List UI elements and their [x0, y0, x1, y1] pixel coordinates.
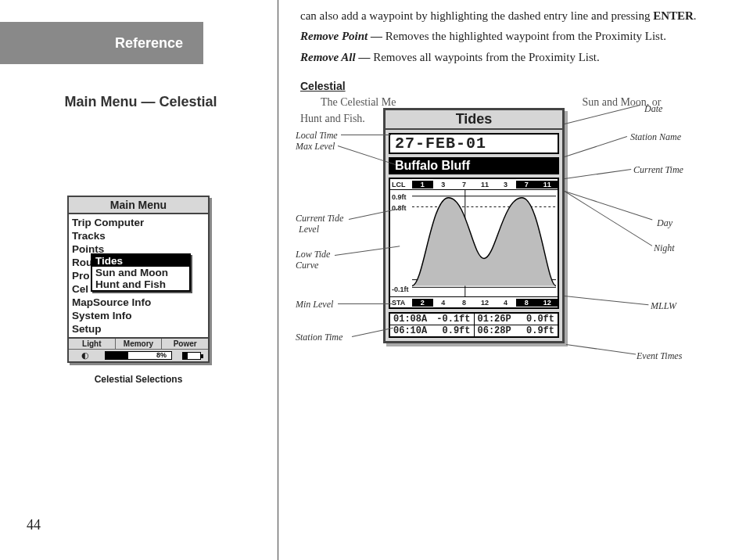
event-time: 01:08A	[393, 314, 427, 325]
ann-station-time: Station Time	[296, 332, 343, 343]
ann-low-tide2: Curve	[296, 260, 318, 271]
device-list: Trip Computer Tracks Points Rou Pro Cel …	[69, 214, 208, 337]
tide-curve-svg	[412, 190, 556, 296]
lcl-seg: 7	[454, 181, 475, 188]
sta-seg: 12	[475, 299, 496, 307]
sta-seg: 8	[516, 299, 537, 307]
remove-all-text: Removes all waypoints from the Proximity…	[373, 51, 600, 63]
celestial-heading: Celestial	[300, 79, 724, 94]
page-number: 44	[27, 517, 41, 533]
event-val: 0.9ft	[526, 325, 554, 336]
local-time-row: LCL 1 3 7 11 3 7 11	[390, 179, 558, 190]
ann-date: Date	[644, 103, 662, 115]
remove-point-text: Removes the highlighted waypoint from th…	[386, 30, 666, 42]
section-title: Main Menu — Celestial	[23, 94, 258, 110]
para-text: .	[694, 9, 697, 22]
event-val: 0.0ft	[526, 314, 554, 325]
ann-low-tide: Low Tide	[296, 249, 330, 260]
event-val: -0.1ft	[436, 314, 470, 325]
sta-seg: 4	[433, 299, 454, 307]
memory-pct: 8%	[156, 351, 167, 359]
tides-date[interactable]: 27-FEB-01	[389, 133, 559, 154]
station-time-row: STA 2 4 8 12 4 8 12	[390, 296, 558, 307]
y-max: 0.9ft	[392, 193, 407, 201]
ann-current-time: Current Time	[633, 164, 683, 176]
event-time: 06:28P	[478, 325, 511, 336]
submenu-item-hunt-fish[interactable]: Hunt and Fish	[92, 278, 189, 290]
lcl-seg: 3	[433, 181, 454, 188]
status-light-label: Light	[69, 339, 116, 349]
main-menu-device: Main Menu Trip Computer Tracks Points Ro…	[67, 196, 210, 363]
device-status-values: ◐ 8%	[69, 349, 208, 361]
ann-current-tide: Current Tide	[296, 213, 343, 224]
memory-fill	[106, 352, 128, 359]
device-title: Main Menu	[69, 197, 208, 214]
ann-max-level: Max Level	[296, 141, 335, 153]
light-icon: ◐	[69, 350, 102, 361]
sta-seg: 2	[412, 299, 433, 307]
lcl-seg: 11	[475, 181, 496, 188]
ann-night: Night	[654, 242, 675, 254]
tides-station[interactable]: Buffalo Bluff	[389, 157, 559, 174]
lcl-seg: 7	[516, 181, 537, 188]
battery-icon	[175, 352, 208, 360]
status-memory-label: Memory	[116, 339, 163, 349]
ann-min-level: Min Level	[296, 299, 333, 311]
remove-point-label: Remove Point —	[300, 30, 386, 42]
list-item[interactable]: Setup	[72, 322, 205, 336]
sta-label: STA	[390, 299, 412, 307]
device-status-labels: Light Memory Power	[69, 337, 208, 349]
ann-mllw: MLLW	[651, 300, 676, 312]
ann-station-name: Station Name	[630, 131, 681, 143]
event-val: 0.9ft	[442, 325, 470, 336]
ann-local-time: Local Time	[296, 130, 338, 142]
ann-day: Day	[657, 217, 672, 229]
reference-banner: Reference	[0, 22, 203, 64]
list-item[interactable]: System Info	[72, 309, 205, 322]
submenu-item-sun-moon[interactable]: Sun and Moon	[92, 267, 189, 278]
event-time: 01:26P	[478, 314, 511, 325]
device-caption: Celestial Selections	[67, 374, 210, 385]
list-item[interactable]: Trip Computer	[72, 216, 205, 229]
sta-seg: 4	[495, 299, 516, 307]
remove-all-label: Remove All —	[300, 51, 373, 63]
para-text: can also add a waypoint by highlighting …	[300, 9, 653, 22]
submenu-item-tides[interactable]: Tides	[92, 255, 189, 267]
tides-title: Tides	[386, 110, 562, 130]
enter-key: ENTER	[653, 9, 694, 22]
celestial-submenu: Tides Sun and Moon Hunt and Fish	[91, 253, 191, 292]
celestial-text-1: The Celestial Me	[321, 96, 396, 108]
lcl-label: LCL	[390, 181, 412, 188]
y-min: -0.1ft	[392, 285, 409, 293]
chart-area	[412, 190, 556, 296]
lcl-seg: 11	[536, 181, 558, 188]
lcl-seg: 3	[495, 181, 516, 188]
tides-events: 01:08A-0.1ft 01:26P0.0ft 06:10A0.9ft 06:…	[389, 312, 559, 338]
event-time: 06:10A	[393, 325, 427, 336]
list-item[interactable]: MapSource Info	[72, 296, 205, 309]
status-power-label: Power	[162, 339, 208, 349]
ann-event-times: Event Times	[637, 350, 682, 362]
celestial-text-2: Hunt and Fish.	[300, 113, 365, 124]
tides-chart: LCL 1 3 7 11 3 7 11 0.9ft 0.8ft -0.1ft S…	[389, 178, 559, 309]
ann-current-tide2: Level	[299, 224, 319, 235]
tides-device: Tides 27-FEB-01 Buffalo Bluff LCL 1 3 7 …	[383, 108, 565, 343]
sta-seg: 8	[454, 299, 475, 307]
lcl-seg: 1	[412, 181, 433, 188]
memory-bar: 8%	[105, 351, 172, 360]
sta-seg: 12	[536, 299, 558, 307]
list-item[interactable]: Tracks	[72, 229, 205, 242]
